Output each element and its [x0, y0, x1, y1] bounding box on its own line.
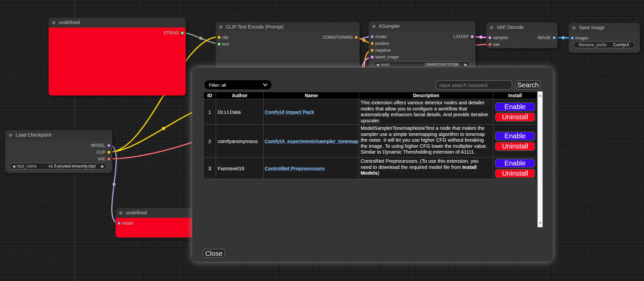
output-slot-VAE[interactable]: VAE	[48, 156, 112, 162]
enable-button[interactable]: Enable	[495, 131, 535, 141]
node-title-bar[interactable]: KSampler	[369, 21, 476, 31]
close-button[interactable]: Close	[203, 249, 225, 258]
output-slot-CLIP[interactable]: CLIP	[48, 149, 112, 156]
node-status-dot[interactable]	[372, 25, 376, 28]
missing-node-body	[49, 28, 186, 95]
table-scrollbar[interactable]	[538, 91, 543, 227]
slot-label: CONDITIONING	[323, 35, 353, 40]
output-port-dot[interactable]	[552, 36, 556, 39]
widget-arrow-right-icon[interactable]: ▶	[101, 164, 104, 169]
input-port-dot[interactable]	[217, 36, 221, 39]
uninstall-button[interactable]: Uninstall	[495, 112, 535, 122]
output-port-dot[interactable]	[107, 144, 111, 147]
widget-label: ckpt_name	[17, 164, 37, 169]
slot-label: latent_image	[375, 55, 399, 59]
slot-label: samples	[493, 35, 508, 40]
slot-label: positive	[375, 41, 389, 46]
input-slot-text[interactable]: text	[216, 41, 302, 48]
node-title: Save Image	[579, 23, 605, 33]
cell-name: ControlNet Preprocessors	[264, 158, 359, 179]
graph-node-undefined-top[interactable]: undefinedSTRING	[49, 18, 186, 95]
node-status-dot[interactable]	[119, 211, 122, 215]
node-title-bar[interactable]: undefined	[49, 18, 186, 28]
input-port-dot[interactable]	[370, 49, 374, 52]
table-row: 2comfyanonymousComfyUI_experiments/sampl…	[204, 125, 537, 158]
input-port-dot[interactable]	[370, 35, 374, 38]
node-title-bar[interactable]: Save Image	[569, 23, 640, 33]
extension-link[interactable]: ComfyUI_experiments/sampler_tonemap	[265, 139, 358, 144]
output-port-dot[interactable]	[181, 31, 184, 35]
input-slot-images[interactable]: images	[569, 35, 611, 41]
input-slot-vae[interactable]: vae	[486, 41, 529, 48]
cell-name: ComfyUI Impact Pack	[264, 99, 359, 125]
slot-label: CLIP	[96, 150, 105, 155]
search-input[interactable]	[436, 80, 512, 90]
node-status-dot[interactable]	[52, 21, 55, 24]
graph-node-load-checkpoint[interactable]: Load CheckpointMODELCLIPVAE◀▶ckpt_namev1…	[5, 130, 112, 173]
input-port-dot[interactable]	[370, 42, 374, 45]
slot-label: model	[375, 34, 386, 39]
input-port-dot[interactable]	[571, 36, 574, 40]
graph-node-vae-decode[interactable]: VAE DecodesamplesvaeIMAGE	[486, 22, 558, 48]
table-row: 1Dr.Lt.DataComfyUI Impact PackThis exten…	[204, 99, 537, 125]
input-port-dot[interactable]	[117, 222, 121, 225]
table-header-row: IDAuthorNameDescriptionInstall	[204, 92, 537, 99]
node-status-dot[interactable]	[490, 26, 493, 29]
widget-arrow-left-icon[interactable]: ◀	[12, 164, 15, 169]
uninstall-button[interactable]: Uninstall	[495, 169, 535, 178]
graph-node-ksampler[interactable]: KSamplermodelpositivenegativelatent_imag…	[369, 21, 476, 72]
output-port-dot[interactable]	[107, 151, 111, 154]
node-status-dot[interactable]	[9, 134, 12, 137]
input-port-dot[interactable]	[217, 42, 221, 46]
widget-arrow-right-icon[interactable]: ▶	[464, 62, 467, 67]
cell-name: ComfyUI_experiments/sampler_tonemap	[264, 125, 359, 158]
node-title-bar[interactable]: VAE Decode	[486, 22, 558, 32]
extension-link[interactable]: ControlNet Preprocessors	[265, 166, 325, 171]
output-slot-IMAGE[interactable]: IMAGE	[515, 34, 558, 41]
node-title: CLIP Text Encode (Prompt)	[226, 22, 284, 32]
widget-value: ComfyUI	[613, 42, 629, 47]
output-slot-STRING[interactable]: STRING	[103, 30, 186, 36]
cell-id: 3	[204, 158, 216, 179]
scrollbar-up-icon[interactable]	[539, 94, 542, 96]
widget-label: filename_prefix	[579, 42, 607, 47]
input-port-dot[interactable]	[488, 36, 492, 39]
widget-seed[interactable]: ◀▶seed156680208700286	[374, 61, 470, 68]
widget-arrow-left-icon[interactable]: ◀	[376, 62, 379, 67]
widget-filename_prefix[interactable]: filename_prefixComfyUI	[574, 41, 635, 48]
slot-label: IMAGE	[538, 35, 551, 40]
link-midpoint-dot[interactable]	[479, 35, 483, 39]
input-port-dot[interactable]	[370, 55, 374, 59]
search-button[interactable]: Search	[515, 80, 541, 90]
output-port-dot[interactable]	[354, 36, 358, 39]
output-slot-LATENT[interactable]: LATENT	[412, 33, 476, 40]
enable-button[interactable]: Enable	[495, 159, 535, 168]
link-midpoint-dot[interactable]	[112, 182, 116, 186]
output-port-dot[interactable]	[470, 35, 474, 38]
description-text: )	[378, 170, 379, 176]
node-title-bar[interactable]: Load Checkpoint	[5, 130, 112, 140]
link-midpoint-dot[interactable]	[162, 127, 165, 130]
enable-button[interactable]: Enable	[495, 102, 535, 111]
input-slot-latent_image[interactable]: latent_image	[369, 54, 433, 60]
output-slot-MODEL[interactable]: MODEL	[48, 142, 112, 149]
custom-nodes-table-area: IDAuthorNameDescriptionInstall 1Dr.Lt.Da…	[203, 92, 543, 227]
link-midpoint-dot[interactable]	[199, 37, 202, 40]
node-status-dot[interactable]	[572, 26, 576, 30]
filter-select[interactable]: Filter: all	[204, 80, 271, 89]
uninstall-button[interactable]: Uninstall	[495, 142, 535, 151]
input-slot-negative[interactable]: negative	[369, 47, 433, 54]
output-port-dot[interactable]	[107, 157, 111, 161]
scrollbar-down-icon[interactable]	[539, 222, 542, 224]
link-midpoint-dot[interactable]	[562, 36, 565, 39]
widget-ckpt_name[interactable]: ◀▶ckpt_namev1-5-pruned-emaonly.ckpt	[10, 163, 107, 170]
extension-link[interactable]: ComfyUI Impact Pack	[265, 109, 314, 115]
graph-node-save-image[interactable]: Save Imageimagesfilename_prefixComfyUI	[569, 23, 640, 53]
output-slot-CONDITIONING[interactable]: CONDITIONING	[273, 34, 360, 41]
link-midpoint-dot[interactable]	[362, 38, 366, 42]
input-port-dot[interactable]	[488, 43, 492, 46]
node-title-bar[interactable]: CLIP Text Encode (Prompt)	[216, 22, 360, 32]
input-slot-model[interactable]: model	[116, 220, 188, 227]
node-status-dot[interactable]	[219, 25, 222, 29]
input-slot-positive[interactable]: positive	[369, 40, 433, 47]
